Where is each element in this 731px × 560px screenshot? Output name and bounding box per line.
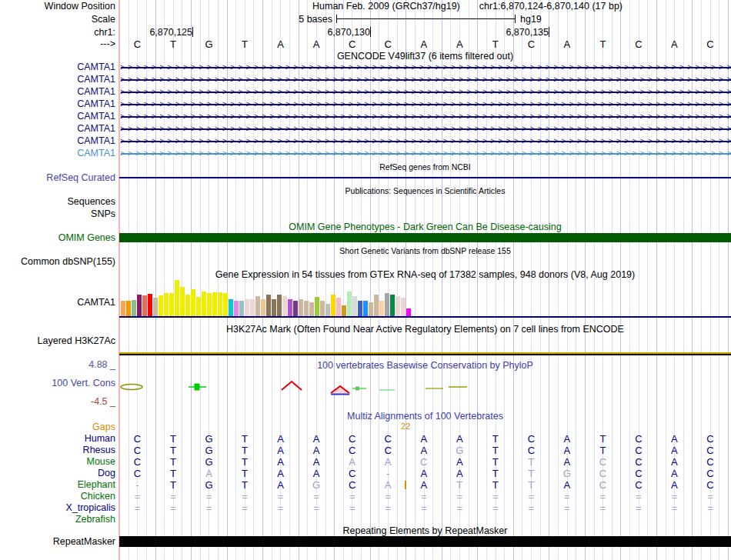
multiz-species-label[interactable]: Rhesus: [0, 445, 115, 455]
refseq-curated-gene-line[interactable]: [119, 177, 731, 178]
gencode-transcript-row[interactable]: >>>>>>>>>>>>>>>>>>>>>>>>>>>>>>>>>>>>>>>>…: [119, 148, 731, 160]
multiz-species-label[interactable]: X_tropicalis: [0, 502, 115, 513]
omim-genes-label[interactable]: OMIM Genes: [0, 232, 115, 243]
multiz-gaps-label[interactable]: Gaps: [0, 422, 115, 432]
gtex-tissue-bar[interactable]: [396, 296, 400, 316]
gtex-tissue-bar[interactable]: [374, 295, 379, 316]
gencode-transcript-label[interactable]: CAMTA1: [0, 62, 115, 72]
multiz-species-label[interactable]: Chicken: [0, 491, 115, 502]
dbsnp-track-title[interactable]: Short Genetic Variants from dbSNP releas…: [119, 245, 731, 256]
ruler-coordinate[interactable]: 6,870,130: [299, 27, 370, 38]
gtex-tissue-bar[interactable]: [132, 300, 136, 316]
gtex-tissue-bar[interactable]: [223, 293, 228, 316]
gencode-transcript-row[interactable]: >>>>>>>>>>>>>>>>>>>>>>>>>>>>>>>>>>>>>>>>…: [119, 135, 731, 148]
omim-track-title[interactable]: OMIM Gene Phenotypes - Dark Green Can Be…: [119, 222, 731, 232]
gtex-tissue-bar[interactable]: [309, 302, 314, 316]
ruler-coordinate[interactable]: 6,870,135: [478, 27, 549, 38]
gtex-tissue-bar[interactable]: [196, 297, 201, 316]
gtex-tissue-bar[interactable]: [153, 298, 158, 316]
gtex-tissue-bar[interactable]: [390, 295, 395, 316]
gtex-tissue-bar[interactable]: [164, 293, 169, 316]
gtex-tissue-bar[interactable]: [266, 295, 271, 316]
repeatmasker-track-title[interactable]: Repeating Elements by RepeatMasker: [119, 525, 731, 536]
layered-h3k27ac-label[interactable]: Layered H3K27Ac: [0, 335, 115, 346]
multiz-track-title[interactable]: Multiz Alignments of 100 Vertebrates: [119, 411, 731, 422]
gtex-tissue-bar[interactable]: [159, 295, 163, 316]
gencode-transcript-row[interactable]: >>>>>>>>>>>>>>>>>>>>>>>>>>>>>>>>>>>>>>>>…: [119, 123, 731, 135]
gtex-tissue-bar[interactable]: [363, 301, 368, 316]
gtex-tissue-bar[interactable]: [185, 295, 190, 316]
gtex-tissue-bar[interactable]: [169, 293, 174, 316]
gtex-tissue-bar[interactable]: [202, 292, 206, 316]
gtex-tissue-bar[interactable]: [406, 308, 411, 316]
gencode-track-title[interactable]: GENCODE V49lift37 (6 items filtered out): [119, 51, 731, 62]
gtex-tissue-bar[interactable]: [121, 301, 125, 316]
gtex-tissue-bar[interactable]: [358, 301, 362, 316]
gtex-tissue-bar[interactable]: [142, 295, 147, 316]
multiz-species-label[interactable]: Zebrafish: [0, 514, 115, 525]
gtex-tissue-bar[interactable]: [293, 301, 298, 316]
gtex-tissue-bar[interactable]: [218, 292, 222, 316]
gtex-tissue-bar[interactable]: [137, 295, 142, 316]
gtex-tissue-bar[interactable]: [304, 301, 309, 316]
gtex-track-title[interactable]: Gene Expression in 54 tissues from GTEx …: [119, 269, 731, 280]
gtex-tissue-bar[interactable]: [250, 299, 255, 316]
h3k27ac-track-title[interactable]: H3K27Ac Mark (Often Found Near Active Re…: [119, 324, 731, 335]
gtex-tissue-bar[interactable]: [239, 301, 244, 316]
multiz-species-label[interactable]: Elephant: [0, 479, 115, 490]
multiz-species-label[interactable]: Mouse: [0, 456, 115, 467]
refseq-track-title[interactable]: RefSeq genes from NCBI: [119, 162, 731, 172]
common-dbsnp-label[interactable]: Common dbSNP(155): [0, 256, 115, 267]
gtex-tissue-bar[interactable]: [255, 296, 260, 316]
h3k27ac-signal-line-black[interactable]: [119, 354, 731, 355]
repeatmasker-element-bar[interactable]: [119, 536, 731, 547]
gencode-transcript-label[interactable]: CAMTA1: [0, 123, 115, 134]
gencode-transcript-label[interactable]: CAMTA1: [0, 98, 115, 109]
gencode-transcript-label[interactable]: CAMTA1: [0, 74, 115, 85]
gtex-tissue-bar[interactable]: [207, 293, 212, 316]
gtex-tissue-bar[interactable]: [277, 295, 282, 316]
gtex-tissue-bar[interactable]: [320, 301, 325, 316]
refseq-curated-label[interactable]: RefSeq Curated: [0, 172, 115, 183]
gencode-transcript-label[interactable]: CAMTA1: [0, 86, 115, 97]
gencode-transcript-label[interactable]: CAMTA1: [0, 111, 115, 122]
gtex-tissue-bar[interactable]: [191, 289, 195, 316]
omim-gene-bar[interactable]: [119, 233, 731, 242]
gencode-transcript-row[interactable]: >>>>>>>>>>>>>>>>>>>>>>>>>>>>>>>>>>>>>>>>…: [119, 74, 731, 86]
gtex-tissue-bar[interactable]: [234, 301, 239, 316]
gtex-tissue-bar[interactable]: [347, 292, 352, 316]
phylop-conservation-wiggle[interactable]: [119, 377, 731, 397]
gtex-tissue-bar[interactable]: [212, 292, 217, 316]
gtex-tissue-bar[interactable]: [385, 293, 389, 316]
gtex-tissue-bar[interactable]: [175, 280, 179, 316]
gtex-tissue-bar[interactable]: [379, 301, 384, 316]
gtex-tissue-bar[interactable]: [272, 299, 276, 316]
gtex-tissue-bar[interactable]: [336, 298, 341, 316]
gtex-tissue-bar[interactable]: [180, 287, 185, 316]
gencode-transcript-row[interactable]: >>>>>>>>>>>>>>>>>>>>>>>>>>>>>>>>>>>>>>>>…: [119, 111, 731, 123]
gtex-tissue-bar[interactable]: [352, 296, 357, 316]
publications-snps-label[interactable]: SNPs: [0, 208, 115, 219]
gencode-transcript-label[interactable]: CAMTA1: [0, 148, 115, 158]
gencode-transcript-label[interactable]: CAMTA1: [0, 135, 115, 146]
repeatmasker-label[interactable]: RepeatMasker: [0, 536, 115, 547]
gtex-tissue-bar[interactable]: [342, 305, 346, 316]
gtex-tissue-bar[interactable]: [261, 299, 265, 316]
gtex-tissue-bar[interactable]: [299, 299, 303, 316]
gtex-tissue-bar[interactable]: [245, 299, 249, 316]
gencode-transcript-row[interactable]: >>>>>>>>>>>>>>>>>>>>>>>>>>>>>>>>>>>>>>>>…: [119, 62, 731, 74]
gencode-transcript-row[interactable]: >>>>>>>>>>>>>>>>>>>>>>>>>>>>>>>>>>>>>>>>…: [119, 98, 731, 111]
gencode-transcript-row[interactable]: >>>>>>>>>>>>>>>>>>>>>>>>>>>>>>>>>>>>>>>>…: [119, 86, 731, 98]
multiz-species-label[interactable]: Human: [0, 433, 115, 444]
publications-track-title[interactable]: Publications: Sequences in Scientific Ar…: [119, 185, 731, 196]
multiz-species-label[interactable]: Dog: [0, 468, 115, 478]
phylop-track-title[interactable]: 100 vertebrates Basewise Conservation by…: [119, 360, 731, 371]
publications-sequences-label[interactable]: Sequences: [0, 196, 115, 207]
gtex-tissue-bar[interactable]: [325, 304, 330, 316]
gtex-tissue-bar[interactable]: [288, 299, 292, 316]
gtex-tissue-bar[interactable]: [126, 301, 131, 316]
gtex-tissue-bar[interactable]: [229, 299, 233, 316]
phylop-track-label[interactable]: 100 Vert. Cons: [0, 378, 115, 388]
gtex-tissue-bar[interactable]: [315, 297, 319, 316]
gtex-tissue-bar[interactable]: [148, 294, 152, 316]
